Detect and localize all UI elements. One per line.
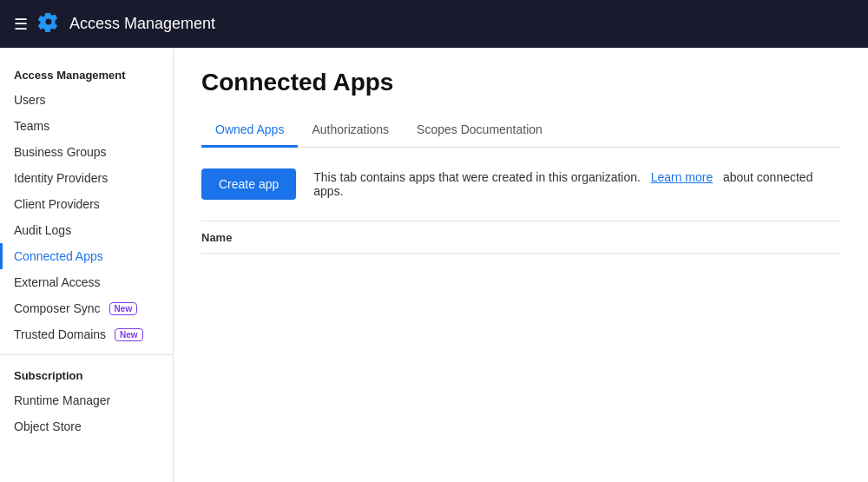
sidebar-item-trusted-domains[interactable]: Trusted Domains New (0, 321, 173, 347)
sidebar-item-label-runtime-manager: Runtime Manager (14, 393, 110, 407)
main-layout: Access Management Users Teams Business G… (0, 48, 868, 482)
gear-icon (38, 11, 59, 37)
hamburger-icon[interactable]: ☰ (14, 15, 28, 34)
sidebar-item-runtime-manager[interactable]: Runtime Manager (0, 387, 173, 413)
trusted-domains-badge: New (115, 328, 143, 341)
sidebar-item-teams[interactable]: Teams (0, 113, 173, 139)
composer-sync-badge: New (109, 302, 138, 315)
sidebar-item-connected-apps[interactable]: Connected Apps (0, 243, 173, 269)
sidebar-section-access-management: Access Management (0, 62, 173, 87)
banner-text: This tab contains apps that were created… (313, 170, 840, 198)
sidebar-item-label-connected-apps: Connected Apps (14, 249, 103, 263)
create-app-button[interactable]: Create app (201, 168, 296, 200)
table-column-name: Name (201, 231, 232, 244)
sidebar-item-label-client-providers: Client Providers (14, 197, 100, 211)
sidebar-item-label-users: Users (14, 93, 46, 107)
sidebar-item-composer-sync[interactable]: Composer Sync New (0, 295, 173, 321)
sidebar-item-label-external-access: External Access (14, 275, 101, 289)
tab-owned-apps[interactable]: Owned Apps (201, 114, 298, 148)
sidebar-item-label-composer-sync: Composer Sync (14, 301, 101, 315)
sidebar-item-label-teams: Teams (14, 119, 49, 133)
learn-more-link[interactable]: Learn more (651, 170, 713, 184)
main-content: Connected Apps Owned Apps Authorizations… (174, 48, 868, 482)
sidebar-section-subscription: Subscription (0, 362, 173, 387)
banner-text-before: This tab contains apps that were created… (313, 170, 641, 184)
sidebar-item-audit-logs[interactable]: Audit Logs (0, 217, 173, 243)
tab-authorizations[interactable]: Authorizations (298, 114, 403, 148)
sidebar-item-label-identity-providers: Identity Providers (14, 171, 108, 185)
page-title: Connected Apps (201, 69, 840, 96)
table-header: Name (201, 221, 840, 254)
content-banner: Create app This tab contains apps that w… (201, 168, 840, 200)
sidebar-item-external-access[interactable]: External Access (0, 269, 173, 295)
sidebar-item-label-object-store: Object Store (14, 419, 82, 433)
top-nav-title: Access Management (69, 15, 215, 33)
sidebar-item-client-providers[interactable]: Client Providers (0, 191, 173, 217)
sidebar-item-object-store[interactable]: Object Store (0, 413, 173, 439)
tab-scopes-documentation[interactable]: Scopes Documentation (403, 114, 556, 148)
sidebar-divider (0, 354, 173, 355)
sidebar-item-identity-providers[interactable]: Identity Providers (0, 165, 173, 191)
tabs-container: Owned Apps Authorizations Scopes Documen… (201, 114, 840, 148)
sidebar-item-label-audit-logs: Audit Logs (14, 223, 71, 237)
sidebar-item-users[interactable]: Users (0, 87, 173, 113)
sidebar: Access Management Users Teams Business G… (0, 48, 174, 482)
sidebar-item-label-business-groups: Business Groups (14, 145, 107, 159)
sidebar-item-label-trusted-domains: Trusted Domains (14, 327, 106, 341)
sidebar-item-business-groups[interactable]: Business Groups (0, 139, 173, 165)
top-navigation: ☰ Access Management (0, 0, 868, 48)
